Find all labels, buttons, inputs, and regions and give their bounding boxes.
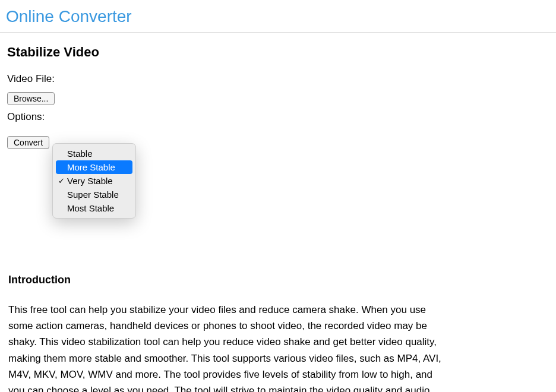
- page-title: Stabilize Video: [7, 45, 549, 60]
- video-file-label: Video File:: [7, 73, 55, 84]
- browse-button[interactable]: Browse...: [7, 92, 55, 105]
- dropdown-item-label: More Stable: [66, 162, 115, 172]
- dropdown-item-super-stable[interactable]: Super Stable: [53, 188, 135, 201]
- stability-dropdown[interactable]: Stable More Stable ✓ Very Stable Super S…: [52, 143, 136, 219]
- dropdown-item-label: Super Stable: [66, 189, 119, 200]
- form-area: Video File: Browse... Options: Convert S…: [7, 73, 549, 149]
- check-icon: ✓: [56, 176, 66, 185]
- convert-button[interactable]: Convert: [7, 136, 49, 149]
- dropdown-item-very-stable[interactable]: ✓ Very Stable: [53, 174, 135, 188]
- dropdown-item-more-stable[interactable]: More Stable: [56, 160, 132, 174]
- introduction-section: Introduction This free tool can help you…: [7, 274, 549, 392]
- options-row: Options:: [7, 111, 549, 123]
- introduction-title: Introduction: [8, 274, 548, 286]
- video-file-row: Video File:: [7, 73, 549, 85]
- dropdown-item-most-stable[interactable]: Most Stable: [53, 201, 135, 215]
- header: Online Converter: [0, 0, 556, 33]
- dropdown-item-stable[interactable]: Stable: [53, 147, 135, 160]
- dropdown-item-label: Stable: [66, 148, 93, 159]
- dropdown-item-label: Most Stable: [66, 203, 114, 213]
- options-label: Options:: [7, 111, 45, 123]
- site-title[interactable]: Online Converter: [6, 7, 132, 26]
- content: Stabilize Video Video File: Browse... Op…: [0, 33, 556, 392]
- dropdown-item-label: Very Stable: [66, 176, 113, 186]
- introduction-text: This free tool can help you stabilize yo…: [8, 302, 443, 392]
